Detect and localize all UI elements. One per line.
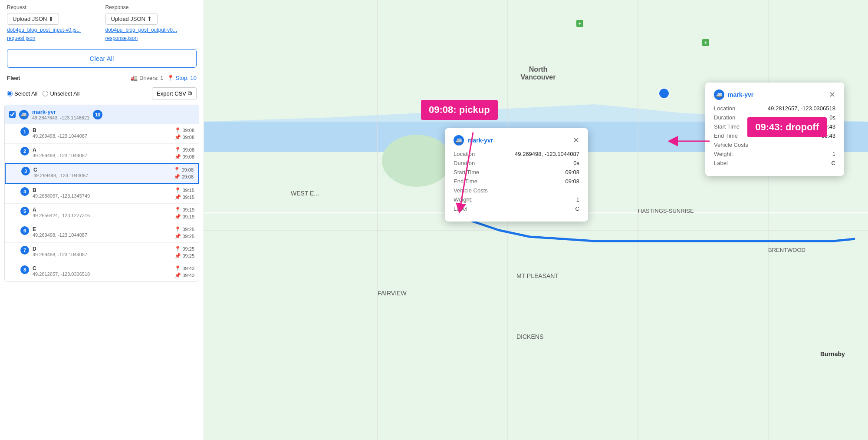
stop-time-val1: 09:08	[182, 128, 194, 133]
stop-time-val2: 09:19	[182, 214, 194, 219]
stop-time-val2: 09:43	[182, 273, 194, 278]
select-all-radio[interactable]	[7, 91, 13, 96]
response-label: Response	[105, 4, 197, 10]
stop-times: 📍 09:15 📌 09:15	[174, 187, 194, 200]
stop-times: 📍 09:25 📌 09:25	[174, 226, 194, 239]
select-row: Select All Unselect All Export CSV ⧉	[0, 85, 204, 102]
export-csv-button[interactable]: Export CSV ⧉	[152, 87, 197, 99]
stop-item[interactable]: 3 C 49.269498, -123.1044087 📍 09:08 📌 09…	[5, 163, 199, 184]
svg-line-26	[460, 132, 473, 208]
driver-name: mark-yvr	[32, 109, 89, 115]
stop-info: A 49.269498, -123.1044087	[33, 147, 171, 158]
stop-info: B 49.2688067, -123.1345749	[33, 187, 171, 198]
stop-time-pickup: 📍 09:25	[174, 246, 194, 252]
stop-time-val2: 09:08	[181, 174, 194, 179]
pin-icon-dropoff: 📌	[174, 233, 181, 239]
stop-number: 2	[20, 147, 29, 155]
request-file-name[interactable]: dob4pu_blog_post_input-v0.js...	[7, 27, 99, 33]
driver-coords: 49.2847643, -123.1146621	[32, 115, 89, 120]
svg-text:WEST E...: WEST E...	[291, 190, 319, 197]
upload-response-button[interactable]: Upload JSON ⬆	[105, 13, 158, 25]
svg-text:FAIRVIEW: FAIRVIEW	[378, 290, 407, 297]
dropoff-popup-close[interactable]: ✕	[829, 91, 835, 99]
stop-time-val2: 09:15	[182, 195, 194, 200]
stop-time-dropoff: 📌 09:08	[174, 154, 194, 160]
upload-response-label: Upload JSON ⬆	[111, 16, 152, 22]
stop-label: B	[33, 127, 171, 133]
clear-all-button[interactable]: Clear All	[7, 49, 197, 68]
svg-text:DICKENS: DICKENS	[516, 333, 543, 340]
stop-time-val1: 09:15	[182, 188, 194, 193]
pin-icon-dropoff: 📌	[174, 154, 181, 160]
stop-time-val1: 09:19	[182, 207, 194, 212]
stop-label: A	[33, 147, 171, 153]
svg-text:Vancouver: Vancouver	[521, 73, 556, 81]
stop-coord: 49.2812657, -123.0306518	[33, 271, 171, 277]
stop-item[interactable]: 6 E 49.269498, -123.1044087 📍 09:25 📌 09…	[5, 223, 199, 242]
stop-info: C 49.269498, -123.1044087	[33, 167, 170, 178]
pickup-arrow	[447, 128, 482, 215]
stop-label: C	[33, 265, 171, 271]
stop-times: 📍 09:19 📌 09:19	[174, 207, 194, 220]
stop-number: 6	[20, 226, 29, 235]
select-all-label[interactable]: Select All	[7, 90, 37, 97]
stop-time-val2: 09:08	[182, 135, 194, 140]
request-label: Request	[7, 4, 99, 10]
stop-item[interactable]: 1 B 49.269498, -123.1044087 📍 09:08 📌 09…	[5, 124, 199, 143]
pin-icon-pickup: 📍	[174, 147, 181, 153]
stop-coord: 49.2688067, -123.1345749	[33, 193, 171, 198]
stop-number: 3	[21, 167, 30, 175]
map-area[interactable]: North Vancouver WEST E... MT PLEASANT FA…	[204, 0, 868, 440]
stop-times: 📍 09:08 📌 09:08	[174, 127, 194, 140]
unselect-all-label[interactable]: Unselect All	[43, 90, 79, 97]
stop-item[interactable]: 8 C 49.2812657, -123.0306518 📍 09:43 📌 0…	[5, 262, 199, 281]
stop-coord: 49.269498, -123.1044087	[33, 252, 171, 257]
stop-coord: 49.269498, -123.1044087	[33, 173, 170, 178]
stop-label: B	[33, 187, 171, 193]
pin-icon-pickup: 📍	[174, 265, 181, 271]
stop-time-val1: 09:08	[181, 167, 194, 172]
svg-text:+: +	[579, 21, 581, 26]
left-panel: Request Upload JSON ⬆ dob4pu_blog_post_i…	[0, 0, 204, 440]
dropoff-popup-icon: 🚐	[714, 89, 724, 100]
stop-label: A	[33, 207, 171, 213]
stop-item[interactable]: 7 D 49.269498, -123.1044087 📍 09:25 📌 09…	[5, 242, 199, 262]
unselect-all-radio[interactable]	[43, 91, 48, 96]
stop-time-pickup: 📍 09:25	[174, 226, 194, 232]
stop-time-pickup: 📍 09:19	[174, 207, 194, 213]
stop-times: 📍 09:25 📌 09:25	[174, 246, 194, 259]
svg-point-12	[659, 88, 669, 99]
driver-checkbox[interactable]	[9, 111, 16, 118]
stop-number: 7	[20, 246, 29, 255]
stop-item[interactable]: 2 A 49.269498, -123.1044087 📍 09:08 📌 09…	[5, 143, 199, 163]
response-file-name[interactable]: dob4pu_blog_post_output-v0...	[105, 27, 197, 33]
stop-number: 8	[20, 265, 29, 274]
dropoff-annotation: 09:43: dropoff	[747, 117, 827, 137]
stop-number: 4	[20, 187, 29, 196]
stop-time-dropoff: 📌 09:43	[174, 272, 194, 278]
pin-icon-pickup: 📍	[174, 127, 181, 133]
upload-section: Request Upload JSON ⬆ dob4pu_blog_post_i…	[0, 0, 204, 46]
driver-header[interactable]: 🚐 mark-yvr 49.2847643, -123.1146621 10	[5, 105, 199, 124]
dropoff-location-row: Location 49.2812657, -123.0306518	[714, 105, 835, 112]
stop-item[interactable]: 4 B 49.2688067, -123.1345749 📍 09:15 📌 0…	[5, 184, 199, 203]
pickup-annotation: 09:08: pickup	[421, 100, 498, 120]
svg-text:HASTINGS-SUNRISE: HASTINGS-SUNRISE	[638, 208, 694, 214]
stop-item[interactable]: 5 A 49.2656424, -123.1227316 📍 09:19 📌 0…	[5, 203, 199, 223]
upload-request-label: Upload JSON ⬆	[13, 16, 53, 22]
drivers-count: 🚛 Drivers: 1	[131, 75, 164, 81]
dropoff-arrow	[668, 132, 712, 150]
location-icon: 📍	[167, 75, 174, 81]
pickup-popup-close[interactable]: ✕	[573, 136, 579, 144]
request-json-link[interactable]: request.json	[7, 35, 99, 41]
response-json-link[interactable]: response.json	[105, 35, 197, 41]
pin-icon-pickup: 📍	[174, 226, 181, 232]
upload-request-button[interactable]: Upload JSON ⬆	[7, 13, 59, 25]
stop-number: 1	[20, 127, 29, 136]
pin-icon-dropoff: 📌	[174, 214, 181, 220]
pin-icon-dropoff: 📌	[174, 253, 181, 259]
stop-info: B 49.269498, -123.1044087	[33, 127, 171, 139]
stop-times: 📍 09:08 📌 09:08	[174, 167, 194, 180]
response-col: Response Upload JSON ⬆ dob4pu_blog_post_…	[105, 4, 197, 41]
pin-icon-pickup: 📍	[174, 187, 181, 193]
